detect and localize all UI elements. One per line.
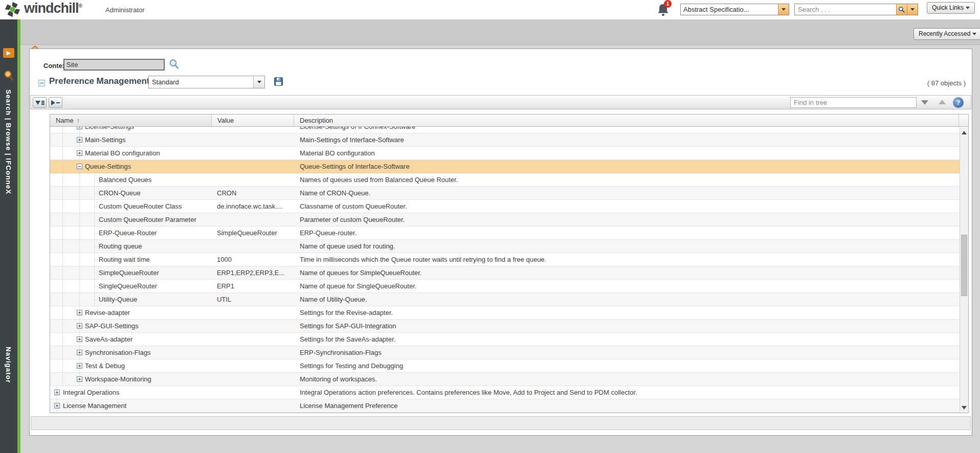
table-row[interactable]: Material BO configuration Material BO co… xyxy=(50,147,968,160)
search-type-dropdown-button[interactable] xyxy=(778,4,789,15)
collapse-section-icon[interactable] xyxy=(38,80,45,86)
preference-description: License Management Preference xyxy=(294,399,959,412)
column-header-name[interactable]: Name↑ xyxy=(50,115,212,126)
table-row[interactable]: SAP-GUI-Settings Settings for SAP-GUI-In… xyxy=(50,320,968,333)
preference-name: CRON-Queue xyxy=(99,187,141,199)
expand-node-icon[interactable] xyxy=(77,363,82,369)
name-cell: SingleQueueRouter xyxy=(50,280,212,292)
scroll-down-arrow-icon[interactable] xyxy=(960,403,968,412)
minus-icon xyxy=(56,102,60,103)
preference-value: ERP1 xyxy=(212,280,294,292)
preference-description: ERP-Queue-router. xyxy=(294,227,959,239)
table-row[interactable]: Main-Settings Main-Settings of Interface… xyxy=(50,133,968,147)
table-row[interactable]: SingleQueueRouter ERP1 Name of queue for… xyxy=(50,280,968,293)
preference-value xyxy=(212,346,294,359)
preference-value xyxy=(212,127,294,133)
name-cell: Custom QueueRouter Class xyxy=(50,200,212,213)
column-header-value[interactable]: Value xyxy=(212,115,294,126)
preference-description: Name of CRON-Queue. xyxy=(294,187,959,199)
sort-triangle-icon xyxy=(35,101,40,105)
name-cell: Utility-Queue xyxy=(50,293,212,306)
help-icon[interactable]: ? xyxy=(953,97,964,108)
table-row[interactable]: CRON-Queue CRON Name of CRON-Queue. xyxy=(50,187,968,200)
table-row[interactable]: ERP-Queue-Router SimpleQueueRouter ERP-Q… xyxy=(50,227,968,240)
expand-node-icon[interactable] xyxy=(77,310,82,315)
context-search-icon[interactable] xyxy=(169,59,179,72)
preference-description: Main-Settings of Interface-Software xyxy=(294,133,959,146)
search-type-select[interactable]: Abstract Specificatio... xyxy=(680,4,789,15)
context-input[interactable] xyxy=(63,59,165,71)
search-icon xyxy=(898,6,905,13)
find-next-icon[interactable] xyxy=(921,100,928,105)
table-row[interactable]: Test & Debug Settings for Testing and De… xyxy=(50,359,968,373)
preference-name: Custom QueueRouter Parameter xyxy=(99,213,196,226)
table-row[interactable]: Utility-Queue UTIL Name of Utility-Queue… xyxy=(50,293,968,306)
windchill-screen: { "header": { "brand": "windchill", "bra… xyxy=(0,0,980,453)
table-scrollbar[interactable] xyxy=(960,127,968,413)
collapse-all-button[interactable] xyxy=(49,97,62,108)
preference-value: SimpleQueueRouter xyxy=(212,227,294,239)
preference-value xyxy=(212,359,294,372)
table-row[interactable]: Custom QueueRouter Parameter Parameter o… xyxy=(50,213,968,227)
preference-name: Material BO configuration xyxy=(85,147,160,160)
name-cell: SaveAs-adapter xyxy=(50,333,212,346)
expand-node-icon[interactable] xyxy=(77,127,82,129)
table-row[interactable]: License-Settings License-Settings of IFC… xyxy=(50,127,968,133)
expand-node-icon[interactable] xyxy=(77,376,82,382)
preference-name: License Management xyxy=(63,399,126,412)
search-submit-button[interactable] xyxy=(896,4,907,15)
table-row[interactable]: Integral Operations Integral Operations … xyxy=(50,386,968,399)
name-cell: SimpleQueueRouter xyxy=(50,266,212,279)
top-header-bar: windchill® Administrator 1 Abstract Spec… xyxy=(0,0,980,19)
sidebar-tab-navigator[interactable]: Navigator xyxy=(5,347,12,383)
preference-description: ERP-Synchronisation-Flags xyxy=(294,346,959,359)
table-toolbar: ? xyxy=(30,95,971,109)
find-previous-icon[interactable] xyxy=(939,100,946,104)
table-row[interactable]: SaveAs-adapter Settings for the SaveAs-a… xyxy=(50,333,968,346)
recently-accessed-button[interactable]: Recently Accessed xyxy=(914,28,980,40)
expand-node-icon[interactable] xyxy=(77,323,82,329)
find-in-tree-input[interactable] xyxy=(790,97,917,108)
expand-node-icon[interactable] xyxy=(77,150,82,156)
sidebar-search-icon[interactable] xyxy=(4,70,14,83)
expand-node-icon[interactable] xyxy=(77,336,82,342)
view-list-button[interactable] xyxy=(33,97,47,108)
table-row[interactable]: Workspace-Monitoring Monitoring of works… xyxy=(50,373,968,386)
quick-links-button[interactable]: Quick Links xyxy=(927,2,975,14)
notification-count-badge[interactable]: 1 xyxy=(664,0,672,8)
expand-node-icon[interactable] xyxy=(54,390,60,395)
table-row[interactable]: Custom QueueRouter Class de.innoface.wc.… xyxy=(50,200,968,213)
table-row[interactable]: Routing wait time 1000 Time in milliseco… xyxy=(50,253,968,266)
table-row[interactable]: Queue-Settings Queue-Settings of Interfa… xyxy=(50,160,968,173)
sidebar-tab-search-browse[interactable]: Search | Browse | IFConneX xyxy=(5,89,12,194)
name-cell: SAP-GUI-Settings xyxy=(50,320,212,332)
table-row[interactable]: Routing queue Name of queue used for rou… xyxy=(50,240,968,253)
column-header-description[interactable]: Description xyxy=(294,115,959,126)
save-view-icon[interactable] xyxy=(274,77,283,88)
expand-node-icon[interactable] xyxy=(77,137,82,143)
expand-node-icon[interactable] xyxy=(77,350,82,355)
table-row[interactable]: Synchronisation-Flags ERP-Synchronisatio… xyxy=(50,346,968,359)
preference-value xyxy=(212,240,294,253)
preference-name: SaveAs-adapter xyxy=(85,333,132,346)
scroll-up-arrow-icon[interactable] xyxy=(960,128,968,137)
current-user-label: Administrator xyxy=(105,6,145,14)
global-search-box xyxy=(794,4,918,15)
view-select-dropdown-button[interactable] xyxy=(253,76,264,88)
table-row[interactable]: Revise-adapter Settings for the Revise-a… xyxy=(50,306,968,320)
table-footer-bar xyxy=(31,416,971,430)
preference-name: Routing queue xyxy=(99,240,142,253)
table-row[interactable]: SimpleQueueRouter ERP1,ERP2,ERP3,E... Na… xyxy=(50,266,968,280)
table-row[interactable]: License Management License Management Pr… xyxy=(50,399,968,413)
expand-node-icon[interactable] xyxy=(54,403,60,409)
preference-description: Names of queues used from Balanced Queue… xyxy=(294,173,959,186)
navigator-expand-icon[interactable]: ▶ xyxy=(3,48,14,58)
preference-description: Settings for the Revise-adapter. xyxy=(294,306,959,319)
global-search-input[interactable] xyxy=(795,4,896,15)
scrollbar-thumb[interactable] xyxy=(961,235,967,296)
collapse-node-icon[interactable] xyxy=(77,164,82,169)
table-row[interactable]: Balanced Queues Names of queues used fro… xyxy=(50,173,968,187)
view-select[interactable]: Standard xyxy=(148,76,265,88)
preference-value: ERP1,ERP2,ERP3,E... xyxy=(212,266,294,279)
search-options-dropdown-button[interactable] xyxy=(907,4,918,15)
